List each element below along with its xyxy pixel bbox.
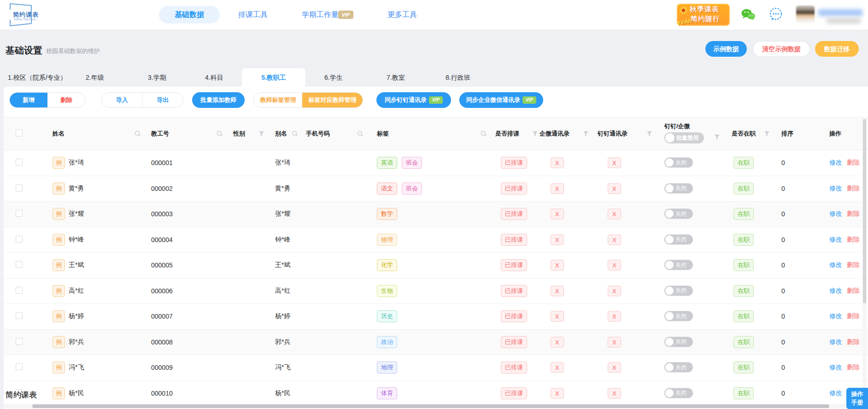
delete-button[interactable]: 删除: [47, 93, 85, 107]
scheduled-badge: 已排课: [501, 157, 527, 169]
modify-link[interactable]: 修改: [829, 159, 842, 166]
user-avatar[interactable]: [796, 6, 815, 24]
col-header-onjob: 是否在职: [732, 130, 756, 138]
row-checkbox[interactable]: [16, 338, 23, 345]
row-checkbox[interactable]: [16, 287, 23, 294]
search-icon[interactable]: [217, 130, 223, 137]
toggle-knob: [665, 210, 674, 218]
delete-link[interactable]: 删除: [847, 261, 860, 268]
scheduled-badge: 已排课: [501, 310, 527, 322]
import-button[interactable]: 导入: [102, 93, 143, 107]
row-checkbox[interactable]: [16, 236, 23, 243]
sample-data-button[interactable]: 示例数据: [705, 41, 747, 57]
delete-link[interactable]: 删除: [847, 338, 860, 345]
tab-classrooms[interactable]: 7.教室: [387, 68, 405, 87]
delete-link[interactable]: 删除: [847, 287, 860, 294]
dd-qw-toggle[interactable]: 关闭: [664, 285, 693, 296]
nav-item-basic-data[interactable]: 基础数据: [159, 6, 220, 24]
filter-icon[interactable]: [646, 131, 652, 136]
search-icon[interactable]: [481, 130, 487, 137]
row-checkbox[interactable]: [16, 159, 23, 166]
filter-icon[interactable]: [532, 131, 538, 136]
sync-wecom-button[interactable]: 同步企业微信通讯录VIP: [459, 92, 543, 108]
row-checkbox[interactable]: [16, 210, 23, 217]
horizontal-scrollbar-thumb[interactable]: [32, 404, 829, 408]
dd-qw-toggle[interactable]: 关闭: [664, 362, 693, 373]
delete-link[interactable]: 删除: [847, 312, 860, 320]
dd-qw-toggle[interactable]: 关闭: [664, 158, 693, 168]
export-button[interactable]: 导出: [143, 93, 183, 107]
tab-term[interactable]: 3.学期: [148, 68, 166, 87]
tab-grade[interactable]: 2.年级: [86, 68, 104, 87]
modify-link[interactable]: 修改: [829, 312, 842, 320]
tab-admin-classes[interactable]: 8.行政班: [446, 68, 470, 87]
filter-icon[interactable]: [258, 131, 264, 136]
dd-qw-toggle[interactable]: 关闭: [664, 388, 693, 398]
modify-link[interactable]: 修改: [829, 236, 842, 243]
row-checkbox[interactable]: [16, 312, 23, 319]
modify-link[interactable]: 修改: [829, 363, 842, 371]
promo-banner[interactable]: 秋季课表 简约随行 YeAh: [677, 4, 730, 26]
tab-subject[interactable]: 4.科目: [205, 68, 223, 87]
nav-item-more-tools[interactable]: 更多工具: [387, 0, 417, 30]
logo-subtitle: SIMPLE TIMETABLE: [14, 18, 35, 21]
tab-students[interactable]: 6.学生: [324, 68, 343, 87]
dd-qw-toggle[interactable]: 关闭: [664, 183, 693, 193]
nav-item-term-workload[interactable]: 学期工作量: [302, 0, 339, 30]
search-icon[interactable]: [292, 130, 298, 137]
alias-value: 王*斌: [275, 261, 290, 269]
search-icon[interactable]: [135, 130, 141, 137]
sync-dingtalk-button[interactable]: 同步钉钉通讯录VIP: [376, 92, 451, 108]
toggle-label: 关闭: [675, 261, 686, 269]
feedback-chat-icon[interactable]: [768, 7, 783, 24]
delete-link[interactable]: 删除: [847, 236, 860, 243]
search-icon[interactable]: [357, 130, 364, 137]
tab-campus[interactable]: 1.校区（院系/专业）: [8, 68, 67, 87]
modify-link[interactable]: 修改: [829, 210, 842, 217]
row-checkbox[interactable]: [16, 261, 23, 268]
tab-teachers-active[interactable]: 5.教职工: [242, 68, 305, 87]
clear-sample-data-button[interactable]: 清空示例数据: [753, 41, 810, 57]
toggle-knob: [665, 286, 674, 295]
dd-qw-toggle[interactable]: 关闭: [664, 337, 693, 347]
wechat-icon[interactable]: [741, 8, 756, 23]
operation-manual-button[interactable]: 操作 手册: [846, 388, 868, 409]
nav-item-scheduling-tools[interactable]: 排课工具: [238, 0, 268, 30]
teacher-tag-manage-button[interactable]: 教师标签管理: [254, 93, 302, 107]
filter-icon[interactable]: [583, 131, 589, 136]
delete-link[interactable]: 删除: [847, 363, 860, 371]
dd-qw-toggle[interactable]: 关闭: [664, 209, 693, 219]
tag-teacher-manage-button[interactable]: 标签对应教师管理: [302, 93, 363, 107]
delete-link[interactable]: 删除: [847, 210, 860, 217]
add-delete-group: 新增 删除: [9, 92, 86, 108]
delete-link[interactable]: 删除: [847, 184, 860, 192]
modify-link[interactable]: 修改: [829, 389, 842, 397]
modify-link[interactable]: 修改: [829, 184, 842, 192]
row-checkbox[interactable]: [16, 363, 23, 370]
table-row: 例冯*飞 000009 冯*飞 地理 已排课 X X 关闭 在职 0 修改删除: [4, 355, 868, 381]
vertical-scrollbar-thumb[interactable]: [863, 119, 866, 303]
sun-icon: [680, 7, 687, 14]
dd-qw-toggle[interactable]: 关闭: [664, 260, 693, 270]
row-checkbox[interactable]: [16, 184, 23, 191]
batch-disable-toggle[interactable]: 批量禁用: [664, 132, 704, 143]
scheduled-badge: 已排课: [501, 183, 527, 195]
wecom-x-badge: X: [551, 183, 564, 194]
delete-link[interactable]: 删除: [847, 159, 860, 166]
add-button[interactable]: 新增: [10, 93, 47, 107]
employee-number: 000007: [151, 313, 173, 320]
dd-qw-toggle[interactable]: 关闭: [664, 234, 693, 244]
filter-icon[interactable]: [764, 131, 770, 136]
sample-badge: 例: [53, 259, 65, 271]
dd-qw-toggle[interactable]: 关闭: [664, 311, 693, 321]
filter-icon[interactable]: [714, 134, 720, 140]
data-migrate-button[interactable]: 数据迁移: [815, 41, 859, 57]
modify-link[interactable]: 修改: [829, 261, 842, 268]
batch-add-teachers-button[interactable]: 批量添加教师: [192, 92, 245, 108]
scheduled-badge: 已排课: [501, 362, 527, 373]
select-all-checkbox[interactable]: [16, 130, 23, 136]
onjob-badge: 在职: [733, 157, 754, 169]
modify-link[interactable]: 修改: [829, 338, 842, 345]
modify-link[interactable]: 修改: [829, 287, 842, 294]
tags-cell: 语文班会: [377, 183, 427, 195]
